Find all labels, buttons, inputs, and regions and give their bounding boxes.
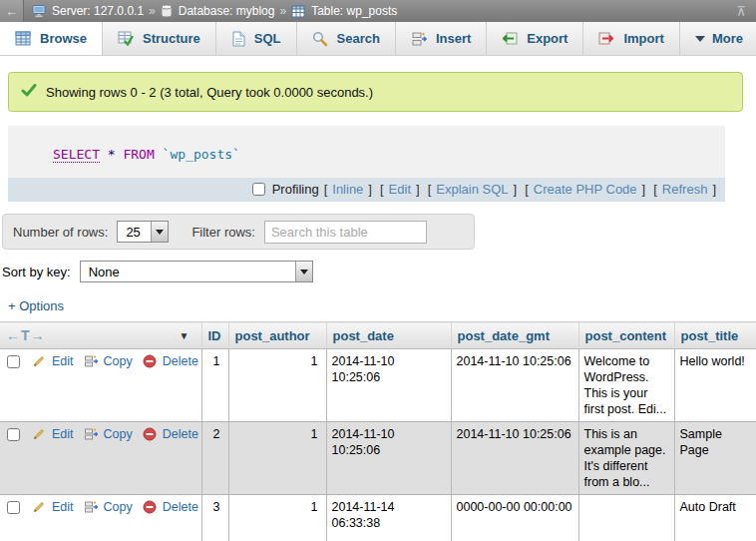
row-copy-link[interactable]: Copy (104, 499, 133, 515)
row-checkbox[interactable] (7, 355, 20, 368)
cell-post-content[interactable]: This is an example page. It's different … (578, 422, 674, 495)
explain-sql-link[interactable]: Explain SQL (436, 182, 508, 197)
cell-post-title[interactable]: Sample Page (674, 422, 756, 495)
import-icon (598, 31, 614, 46)
cell-post-date-gmt[interactable]: 2014-11-10 10:25:06 (451, 349, 578, 422)
header-action-cell: ←T→ ▼ (0, 322, 201, 349)
success-check-icon (21, 83, 37, 101)
number-of-rows-select[interactable]: 25 (117, 221, 169, 243)
cell-post-date[interactable]: 2014-11-10 10:25:06 (326, 422, 451, 495)
filter-rows-input[interactable] (264, 221, 427, 244)
tab-import[interactable]: Import (583, 22, 679, 55)
select-dropdown-button (295, 262, 312, 281)
column-header-post-title[interactable]: post_title (674, 322, 756, 349)
tab-more-label: More (712, 31, 743, 46)
tab-browse[interactable]: Browse (0, 22, 103, 55)
tab-export[interactable]: Export (487, 22, 583, 55)
row-delete-link[interactable]: Delete (163, 499, 198, 515)
export-icon (502, 31, 518, 46)
sort-by-key-select[interactable]: None (80, 261, 313, 282)
edit-pencil-icon (32, 354, 46, 368)
table-row: Edit Copy Delete 1 1 2014-11-10 10:25:06… (0, 349, 756, 422)
chevron-down-icon (156, 230, 164, 235)
copy-row-icon (84, 354, 98, 368)
bracket: [ (525, 182, 529, 197)
cell-post-title[interactable]: Hello world! (674, 349, 756, 422)
tab-structure[interactable]: Structure (103, 22, 216, 55)
bracket: ] (514, 182, 518, 197)
cell-post-date-gmt[interactable]: 2014-11-10 10:25:06 (451, 422, 578, 495)
sql-toolbar: Profiling [ Inline ] [ Edit ] [ Explain … (8, 178, 725, 202)
sql-star: * (108, 147, 116, 162)
cell-post-content[interactable]: Welcome to WordPress. This is your first… (578, 349, 674, 422)
cell-id[interactable]: 2 (201, 422, 228, 495)
edit-pencil-icon (32, 500, 46, 514)
column-header-post-date[interactable]: post_date (326, 322, 451, 349)
sql-keyword-from: FROM (123, 147, 154, 162)
row-checkbox[interactable] (7, 428, 20, 441)
collapse-top-button[interactable]: ⊼ (736, 0, 746, 22)
cell-post-author[interactable]: 1 (228, 349, 326, 422)
edit-pencil-icon (32, 427, 46, 441)
cell-post-author[interactable]: 1 (228, 495, 326, 541)
column-header-post-author[interactable]: post_author (228, 322, 326, 349)
bracket: [ (653, 182, 657, 197)
chevron-down-icon (695, 36, 705, 42)
sort-all-icon[interactable]: ▼ (180, 330, 189, 341)
inline-link[interactable]: Inline (332, 182, 363, 197)
nav-panel-collapse-button[interactable]: ← (0, 0, 24, 22)
copy-row-icon (84, 427, 98, 441)
cell-post-content[interactable] (578, 495, 674, 541)
sql-query-text[interactable]: SELECT * FROM `wp_posts` (8, 126, 725, 178)
tab-more[interactable]: More (680, 22, 756, 55)
cell-post-date[interactable]: 2014-11-10 10:25:06 (326, 349, 451, 422)
rows-filter-bar: Number of rows: 25 Filter rows: (2, 214, 475, 250)
column-header-post-date-gmt[interactable]: post_date_gmt (451, 322, 578, 349)
row-edit-link[interactable]: Edit (52, 499, 74, 515)
edit-query-link[interactable]: Edit (389, 182, 411, 197)
breadcrumb-server[interactable]: Server: 127.0.0.1 (32, 4, 144, 18)
breadcrumb-separator: » (279, 4, 286, 18)
tab-browse-label: Browse (40, 31, 87, 46)
breadcrumb-table[interactable]: Table: wp_posts (291, 4, 397, 18)
row-delete-link[interactable]: Delete (163, 426, 198, 442)
column-header-id[interactable]: ID (201, 322, 228, 349)
bracket: ] (712, 182, 716, 197)
sort-by-key-label: Sort by key: (2, 265, 71, 279)
row-edit-link[interactable]: Edit (52, 353, 74, 369)
cell-id[interactable]: 1 (201, 349, 228, 422)
table-header-row: ←T→ ▼ ID post_author post_date post_date… (0, 322, 756, 349)
breadcrumb-bar: ← Server: 127.0.0.1 » Database: myblog »… (0, 0, 756, 22)
sql-query-panel: SELECT * FROM `wp_posts` Profiling [ Inl… (8, 126, 725, 202)
server-icon (32, 4, 46, 18)
tab-insert[interactable]: Insert (396, 22, 487, 55)
row-copy-link[interactable]: Copy (104, 353, 133, 369)
status-message: Showing rows 0 - 2 (3 total, Query took … (8, 72, 743, 112)
options-toggle-link[interactable]: + Options (8, 298, 64, 313)
row-delete-link[interactable]: Delete (163, 353, 198, 369)
cell-post-author[interactable]: 1 (228, 422, 326, 495)
tab-sql[interactable]: SQL (216, 22, 297, 55)
chevron-down-icon (300, 270, 308, 274)
row-checkbox[interactable] (7, 501, 20, 514)
collapse-top-icon: ⊼ (736, 4, 746, 19)
column-header-post-content[interactable]: post_content (578, 322, 674, 349)
column-nav-control[interactable]: ←T→ (6, 327, 46, 343)
sql-icon (231, 31, 245, 47)
bracket: [ (380, 182, 384, 197)
cell-post-date[interactable]: 2014-11-14 06:33:38 (326, 495, 451, 541)
cell-post-date-gmt[interactable]: 0000-00-00 00:00:00 (451, 495, 578, 541)
create-php-code-link[interactable]: Create PHP Code (534, 182, 637, 197)
row-copy-link[interactable]: Copy (104, 426, 133, 442)
refresh-link[interactable]: Refresh (662, 182, 708, 197)
cell-id[interactable]: 3 (201, 495, 228, 541)
tab-export-label: Export (527, 31, 567, 46)
profiling-checkbox[interactable] (252, 183, 265, 196)
tab-bar: Browse Structure SQL Search Insert Expor… (0, 22, 756, 56)
tab-search[interactable]: Search (297, 22, 396, 55)
status-message-text: Showing rows 0 - 2 (3 total, Query took … (46, 85, 373, 100)
cell-post-title[interactable]: Auto Draft (674, 495, 756, 541)
breadcrumb-database[interactable]: Database: myblog (161, 4, 275, 18)
row-edit-link[interactable]: Edit (52, 426, 74, 442)
search-icon (312, 31, 328, 47)
